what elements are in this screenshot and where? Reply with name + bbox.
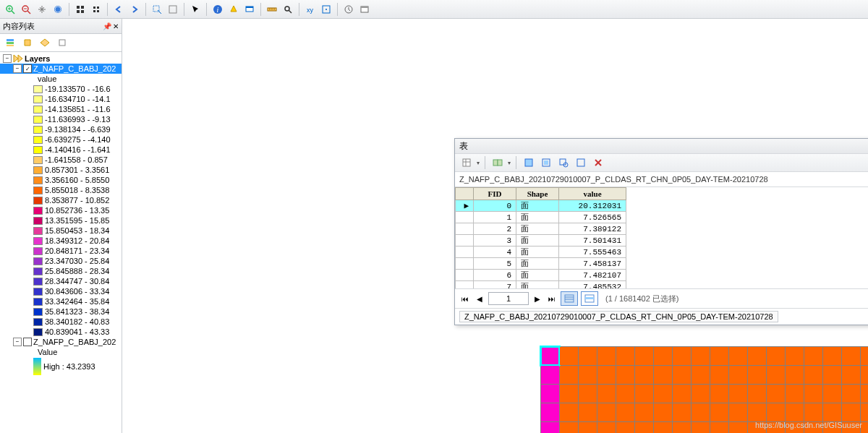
- expander-icon[interactable]: −: [13, 64, 22, 73]
- raster-cell[interactable]: [804, 385, 822, 403]
- find-route-icon[interactable]: xy: [303, 2, 318, 17]
- table-options-icon[interactable]: [459, 155, 474, 170]
- attr-tab[interactable]: Z_NAFP_C_BABJ_20210729010007_P_CLDAS_RT_…: [459, 311, 778, 322]
- table-row[interactable]: ▶0面20.312031: [456, 200, 626, 212]
- zoom-selected-icon[interactable]: [556, 155, 571, 170]
- list-visibility-icon[interactable]: [38, 35, 52, 50]
- pin-icon[interactable]: 📌: [103, 22, 111, 30]
- raster-cell[interactable]: [842, 385, 860, 403]
- raster-cell[interactable]: [842, 366, 860, 384]
- raster-cell[interactable]: [579, 422, 597, 433]
- raster-cell[interactable]: [748, 403, 766, 421]
- select-by-attr-icon[interactable]: [522, 155, 536, 170]
- raster-cell[interactable]: [541, 385, 559, 403]
- raster-cell[interactable]: [786, 366, 804, 384]
- list-drawing-order-icon[interactable]: [3, 35, 17, 50]
- raster-cell[interactable]: [786, 347, 804, 365]
- raster-cell[interactable]: [804, 347, 822, 365]
- raster-cell[interactable]: [579, 347, 597, 365]
- raster-cell[interactable]: [635, 347, 653, 365]
- raster-cell[interactable]: [579, 403, 597, 421]
- raster-cell[interactable]: [767, 385, 785, 403]
- layers-root[interactable]: Layers: [25, 54, 50, 63]
- raster-cell[interactable]: [729, 403, 747, 421]
- identify-icon[interactable]: i: [210, 2, 225, 17]
- raster-cell[interactable]: [748, 366, 766, 384]
- raster-cell[interactable]: [560, 347, 578, 365]
- table-row[interactable]: 1面7.526565: [456, 212, 626, 223]
- raster-cell[interactable]: [560, 422, 578, 433]
- raster-cell[interactable]: [804, 366, 822, 384]
- layer-name[interactable]: Z_NAFP_C_BABJ_202: [33, 64, 116, 73]
- raster-cell[interactable]: [842, 347, 860, 365]
- raster-cell[interactable]: [767, 366, 785, 384]
- show-all-icon[interactable]: [561, 291, 578, 306]
- attr-grid[interactable]: FIDShapevalue▶0面20.3120311面7.5265652面7.3…: [455, 187, 868, 288]
- raster-cell[interactable]: [560, 366, 578, 384]
- raster-cell[interactable]: [597, 385, 616, 403]
- layer-checkbox[interactable]: [23, 338, 32, 346]
- raster-cell[interactable]: [635, 366, 653, 384]
- raster-cell[interactable]: [673, 422, 691, 433]
- raster-cell[interactable]: [654, 366, 672, 384]
- expander-icon[interactable]: −: [3, 54, 12, 63]
- raster-cell[interactable]: [729, 366, 747, 384]
- raster-cell[interactable]: [673, 366, 691, 384]
- table-row[interactable]: 3面7.501431: [456, 235, 626, 246]
- list-source-icon[interactable]: [20, 35, 35, 50]
- raster-cell[interactable]: [861, 403, 868, 421]
- zoom-in-icon[interactable]: [3, 2, 17, 17]
- raster-cell[interactable]: [616, 385, 634, 403]
- table-row[interactable]: 6面7.482107: [456, 270, 626, 281]
- hyperlink-icon[interactable]: [226, 2, 241, 17]
- raster-cell[interactable]: [710, 347, 728, 365]
- raster-cell[interactable]: [673, 347, 691, 365]
- fixed-zoom-out-icon[interactable]: [89, 2, 103, 17]
- last-record-icon[interactable]: ⏭: [546, 293, 558, 304]
- html-popup-icon[interactable]: [242, 2, 257, 17]
- full-extent-icon[interactable]: [51, 2, 65, 17]
- raster-cell[interactable]: [842, 403, 860, 421]
- raster-cell[interactable]: [786, 403, 804, 421]
- column-header[interactable]: value: [559, 188, 626, 200]
- expander-icon[interactable]: −: [13, 338, 22, 346]
- raster-cell[interactable]: [748, 385, 766, 403]
- raster-cell[interactable]: [635, 422, 653, 433]
- pointer-icon[interactable]: [188, 2, 203, 17]
- prev-record-icon[interactable]: ◀: [474, 293, 485, 304]
- table-row[interactable]: 2面7.389122: [456, 223, 626, 235]
- table-row[interactable]: 5面7.458137: [456, 258, 626, 270]
- raster-cell[interactable]: [541, 403, 559, 421]
- raster-cell[interactable]: [710, 422, 728, 433]
- column-header[interactable]: FID: [474, 188, 516, 200]
- attr-title-bar[interactable]: 表 ▢ ✕: [455, 139, 868, 153]
- select-features-icon[interactable]: [150, 2, 164, 17]
- raster-cell[interactable]: [654, 347, 672, 365]
- record-number-input[interactable]: [488, 292, 529, 305]
- raster-cell[interactable]: [635, 403, 653, 421]
- raster-cell[interactable]: [654, 422, 672, 433]
- raster-cell[interactable]: [635, 385, 653, 403]
- raster-cell[interactable]: [692, 385, 710, 403]
- map-canvas[interactable]: https://blog.csdn.net/GISuuser 表 ▢ ✕ ▾ ▾: [122, 19, 868, 433]
- raster-cell[interactable]: [616, 366, 634, 384]
- pan-icon[interactable]: [35, 2, 49, 17]
- raster-cell[interactable]: [673, 403, 691, 421]
- clear-selection-icon[interactable]: [166, 2, 180, 17]
- layer-name[interactable]: Z_NAFP_C_BABJ_202: [33, 338, 116, 346]
- raster-cell[interactable]: [786, 385, 804, 403]
- raster-cell[interactable]: [541, 366, 559, 384]
- raster-cell[interactable]: [616, 403, 634, 421]
- switch-selection-icon[interactable]: [539, 155, 553, 170]
- column-header[interactable]: Shape: [516, 188, 559, 200]
- raster-cell[interactable]: [692, 347, 710, 365]
- raster-cell[interactable]: [804, 403, 822, 421]
- raster-cell[interactable]: [861, 347, 868, 365]
- raster-cell[interactable]: [748, 347, 766, 365]
- raster-cell[interactable]: [616, 422, 634, 433]
- close-icon[interactable]: ✕: [113, 22, 119, 30]
- raster-cell[interactable]: [597, 422, 616, 433]
- raster-cell[interactable]: [823, 347, 841, 365]
- raster-cell[interactable]: [597, 366, 616, 384]
- dropdown-icon[interactable]: ▾: [508, 160, 511, 166]
